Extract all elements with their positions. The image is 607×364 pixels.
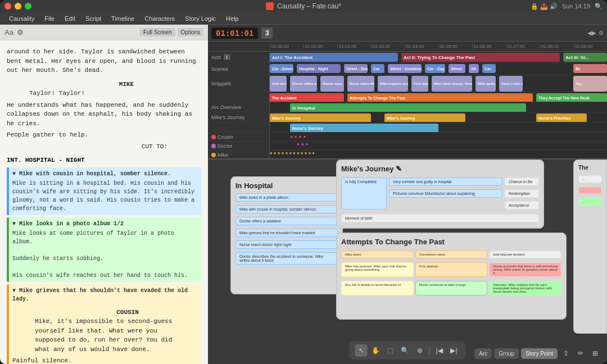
zoom-out-tool[interactable]: 🔍 [399, 344, 411, 357]
rg-card-1[interactable]: ... [578, 175, 602, 183]
att-card-8[interactable]: Nurse continues to take charge [415, 281, 488, 295]
in-hospital-card-6[interactable]: Doctor describes the accident to someone… [235, 252, 338, 265]
timeline-icon-1[interactable]: ◀▶ [587, 30, 596, 36]
in-hospital-bar[interactable]: In Hospital [290, 103, 526, 112]
menu-edit[interactable]: Edit [60, 14, 80, 23]
attempts-group[interactable]: Attempts To Change The Past Mike starts … [336, 233, 567, 320]
act-2-bar[interactable]: Act II: Trying To Change The Past [401, 53, 560, 62]
in-hospital-card-4[interactable]: Mike grieves that he shouldn't have evad… [235, 229, 338, 237]
in-hospital-group[interactable]: In Hospital Mike looks in a photo album … [230, 176, 343, 294]
snip-8[interactable]: Mike apolo... inq. [475, 76, 496, 92]
menu-story-logic[interactable]: Story Logic [180, 14, 220, 23]
attempts-bar[interactable]: Attempts To Change The Past [347, 93, 533, 102]
search-icon[interactable]: 🔍 [595, 3, 603, 10]
mj-card-3[interactable]: Pictures convince Mike/doctor about expl… [389, 189, 502, 198]
snip-9[interactable]: Giant crash with gasoline truck. [499, 76, 523, 92]
script-content[interactable]: around to her side. Taylor is sandwiched… [0, 40, 208, 364]
group-mode-btn[interactable]: Group [494, 348, 519, 359]
scene-car-day[interactable]: Car - Day [425, 64, 445, 73]
edit-icon[interactable]: ✏ [574, 347, 587, 360]
scene-street[interactable]: Street [449, 64, 465, 73]
menu-timeline[interactable]: Timeline [107, 14, 139, 23]
full-screen-btn[interactable]: Full Screen [140, 28, 175, 37]
step-back-tool[interactable]: |◀ [433, 344, 446, 357]
scene-car-1[interactable]: Car [371, 64, 384, 73]
rg-card-2[interactable]: ... [578, 186, 602, 194]
nurses-priorities-bar[interactable]: Nurse's Priorities [536, 113, 587, 122]
scene-block-1[interactable]: ▼ Mike with cousin in hospital, somber s… [7, 167, 201, 215]
att-card-5[interactable]: First attempt [415, 262, 488, 277]
att-card-1[interactable]: Mike starts [341, 251, 414, 258]
zoom-in-tool[interactable]: ⊕ [414, 344, 426, 357]
snip-7[interactable]: Mike takes charge. Nurse causes... [432, 76, 472, 92]
att-card-3[interactable]: Add help per derided [489, 251, 561, 258]
the-accident-bar[interactable]: The Accident [270, 93, 344, 102]
close-button[interactable] [4, 3, 11, 10]
rg-card-3[interactable]: ... [578, 198, 602, 206]
scene-street-downtown[interactable]: Street - Downtown - Day [388, 64, 422, 73]
scene-be[interactable]: Be [573, 64, 607, 73]
snip-5[interactable]: Mike explains process... [378, 76, 408, 92]
in-hospital-card-1[interactable]: Mike looks in a photo album [235, 193, 338, 202]
cousin-track: Cousin ● ● ● ● [208, 133, 607, 142]
they-accept-bar[interactable]: They Accept The New Reali [536, 93, 607, 102]
mikes-journey-bar-2[interactable]: Mike's Journey [384, 113, 465, 122]
mj-card-5[interactable]: Redemption [505, 189, 539, 198]
mikes-journey-content: Mike's Journey Mike's Journey Nurse's Pr… [270, 112, 607, 122]
act-1-bar[interactable]: Act I: The Accident [270, 53, 398, 62]
arrow-tool[interactable]: ↖ [355, 344, 368, 357]
mj-earth[interactable]: Moment of birth [341, 214, 539, 222]
toolbar-divider [429, 346, 430, 355]
mj-card-1[interactable]: Is fully Completed [341, 178, 387, 210]
scene-block-3-title: ▼ Mike grieves that he shouldn't have ev… [12, 286, 198, 303]
story-canvas[interactable]: In Hospital Mike looks in a photo album … [208, 160, 607, 364]
share-icon[interactable]: ⇪ [560, 347, 572, 360]
att-card-4[interactable]: Mike has purpose. Mike says that they're… [341, 262, 414, 277]
minimize-button[interactable] [15, 3, 21, 10]
snip-6[interactable]: First attem & Taylo [411, 76, 428, 92]
att-card-7[interactable]: Bus full of details to avoid because of [341, 281, 414, 295]
story-point-mode-btn[interactable]: Story Point [521, 348, 558, 359]
act-3-bar[interactable]: Act III: Gi... [563, 53, 607, 62]
menu-causality[interactable]: Causality [4, 14, 39, 23]
arc-mode-btn[interactable]: Arc [474, 348, 492, 359]
in-hospital-card-3[interactable]: Doctor offers a sedative. [235, 217, 338, 225]
menu-characters[interactable]: Characters [140, 14, 179, 23]
in-hospital-card-5[interactable]: Nurse reach doctor right night [235, 240, 338, 249]
scene-block-2[interactable]: ▼ Mike looks in a photo album 1/2 Mike l… [7, 217, 201, 282]
in-hospital-card-2[interactable]: Mike with cousin in hospital, somber sil… [235, 205, 338, 213]
mikes-journey-bar-1[interactable]: Mike's Journey [270, 113, 371, 122]
scene-car-2[interactable]: Car [482, 64, 496, 73]
canvas-bottom-toolbar: ↖ ✋ ⬚ 🔍 ⊕ |◀ ▶| [350, 342, 466, 360]
menu-help[interactable]: Help [221, 14, 243, 23]
grid-icon[interactable]: ⊞ [589, 347, 601, 360]
scene-block-3[interactable]: ▼ Mike grieves that he shouldn't have ev… [7, 284, 201, 365]
mj-card-4[interactable]: Chance to Be [505, 178, 539, 186]
att-card-2[interactable]: Countdown starts [415, 251, 488, 258]
maximize-button[interactable] [25, 3, 31, 10]
mikes-journey-track: Mike's Journey Mike's Journey Mike's Jou… [208, 112, 607, 122]
options-btn[interactable]: Options [178, 28, 203, 37]
right-group[interactable]: The ... ... ... [573, 160, 607, 334]
menu-script[interactable]: Script [81, 14, 106, 23]
scene-car-down[interactable]: Car - Down [270, 64, 293, 73]
snip-4[interactable]: Nurse starts Mike describ the acc [347, 76, 374, 92]
snip-1[interactable]: And old lady walks out [270, 76, 287, 92]
scene-street-down[interactable]: Street - Down [344, 64, 368, 73]
mikes-journey-group[interactable]: Mike's Journey ✎ Is fully Completed Very… [336, 160, 544, 229]
timeline-icon-2[interactable]: ⚙ [599, 30, 604, 36]
step-forward-tool[interactable]: ▶| [448, 344, 460, 357]
scene-hospital-night[interactable]: Hospital - Night [297, 64, 341, 73]
scene-str[interactable]: Str [469, 64, 479, 73]
att-card-9[interactable]: Attempts. Mike realizes that he can't ma… [489, 281, 561, 295]
att-card-6[interactable]: Nurse accounts that there is still somet… [489, 262, 561, 277]
rect-select-tool[interactable]: ⬚ [384, 344, 397, 357]
menu-file[interactable]: File [40, 14, 59, 23]
snip-2[interactable]: Doctor offers a sedative... [290, 76, 317, 92]
snip-10[interactable]: Tay... [573, 76, 607, 92]
snip-3[interactable]: Doctor says, Mike talk [320, 76, 344, 92]
nurses-journey-bar[interactable]: Nurse's Journey [290, 124, 438, 132]
hand-tool[interactable]: ✋ [370, 344, 382, 357]
mj-card-6[interactable]: Acceptance [505, 201, 539, 210]
mj-card-2[interactable]: Very somber and guilty in hospital [389, 178, 502, 186]
